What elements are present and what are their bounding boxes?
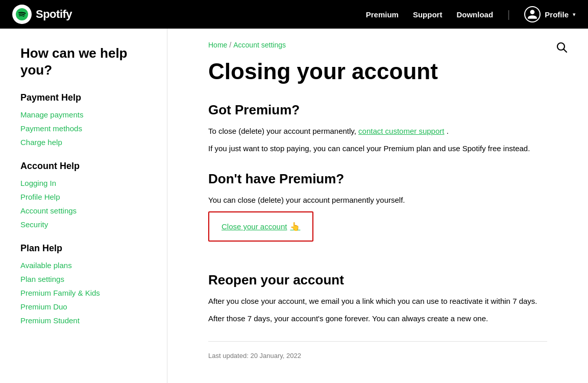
sidebar-link-available-plans[interactable]: Available plans	[20, 261, 155, 270]
spotify-logo[interactable]: Spotify	[12, 5, 72, 24]
nav-premium[interactable]: Premium	[366, 10, 399, 19]
section-title-got-premium: Got Premium?	[208, 102, 547, 118]
sidebar-section-title-account: Account Help	[20, 161, 155, 172]
profile-icon	[524, 6, 541, 22]
search-icon[interactable]	[555, 41, 568, 55]
section-text-reopen-1: After you close your account, we email y…	[208, 295, 547, 307]
close-account-link-text: Close your account	[222, 222, 287, 231]
page-layout: How can we help you? Payment Help Manage…	[0, 29, 588, 383]
svg-line-2	[564, 50, 567, 53]
sidebar-link-premium-family[interactable]: Premium Family & Kids	[20, 289, 155, 297]
breadcrumb-current[interactable]: Account settings	[233, 41, 286, 49]
page-title: Closing your account	[208, 59, 547, 84]
chevron-down-icon: ▾	[573, 11, 576, 18]
sidebar-link-plan-settings[interactable]: Plan settings	[20, 275, 155, 283]
sidebar-title: How can we help you?	[20, 45, 155, 78]
section-divider	[208, 341, 547, 342]
nav-right: Premium Support Download | Profile ▾	[366, 6, 576, 22]
sidebar-link-payment-methods[interactable]: Payment methods	[20, 124, 155, 133]
main-content: Home / Account settings Closing your acc…	[167, 29, 588, 383]
nav-support[interactable]: Support	[413, 10, 443, 19]
section-text-no-premium: You can close (delete) your account perm…	[208, 194, 547, 206]
sidebar-link-premium-duo[interactable]: Premium Duo	[20, 302, 155, 311]
breadcrumb-separator: /	[229, 41, 231, 49]
sidebar-section-payment: Payment Help Manage payments Payment met…	[20, 92, 155, 147]
sidebar-links-account: Logging In Profile Help Account settings…	[20, 179, 155, 229]
sidebar-section-plan: Plan Help Available plans Plan settings …	[20, 243, 155, 325]
sidebar-link-premium-student[interactable]: Premium Student	[20, 316, 155, 325]
sidebar-section-account: Account Help Logging In Profile Help Acc…	[20, 161, 155, 229]
last-updated: Last updated: 20 January, 2022	[208, 352, 547, 360]
contact-customer-support-link[interactable]: contact customer support	[358, 127, 444, 135]
nav-download[interactable]: Download	[456, 10, 493, 19]
sidebar-section-title-plan: Plan Help	[20, 243, 155, 254]
sidebar: How can we help you? Payment Help Manage…	[0, 29, 167, 383]
spotify-logo-icon	[12, 5, 32, 24]
nav-left: Spotify	[12, 5, 72, 24]
section-text-reopen-2: After those 7 days, your account's gone …	[208, 313, 547, 325]
close-account-box[interactable]: Close your account 👆	[208, 211, 313, 242]
sidebar-link-account-settings[interactable]: Account settings	[20, 206, 155, 215]
spotify-wordmark: Spotify	[36, 8, 72, 21]
section-title-reopen: Reopen your account	[208, 272, 547, 288]
breadcrumb: Home / Account settings	[208, 41, 547, 49]
section-no-premium: Don't have Premium? You can close (delet…	[208, 171, 547, 256]
nav-divider: |	[507, 9, 510, 20]
section-title-no-premium: Don't have Premium?	[208, 171, 547, 187]
section-reopen: Reopen your account After you close your…	[208, 272, 547, 325]
sidebar-section-title-payment: Payment Help	[20, 92, 155, 103]
navbar: Spotify Premium Support Download | Profi…	[0, 0, 588, 29]
sidebar-link-profile-help[interactable]: Profile Help	[20, 193, 155, 201]
sidebar-link-charge-help[interactable]: Charge help	[20, 138, 155, 147]
section-text-premium-1: To close (delete) your account permanent…	[208, 125, 547, 137]
cursor-icon: 👆	[290, 222, 300, 231]
sidebar-links-plan: Available plans Plan settings Premium Fa…	[20, 261, 155, 325]
profile-label: Profile	[545, 10, 569, 19]
section-text-premium-2: If you just want to stop paying, you can…	[208, 142, 547, 155]
close-account-link[interactable]: Close your account 👆	[222, 222, 300, 231]
section-got-premium: Got Premium? To close (delete) your acco…	[208, 102, 547, 155]
sidebar-link-manage-payments[interactable]: Manage payments	[20, 110, 155, 119]
sidebar-link-security[interactable]: Security	[20, 220, 155, 229]
breadcrumb-home[interactable]: Home	[208, 41, 227, 49]
nav-profile[interactable]: Profile ▾	[524, 6, 576, 22]
sidebar-link-logging-in[interactable]: Logging In	[20, 179, 155, 187]
sidebar-links-payment: Manage payments Payment methods Charge h…	[20, 110, 155, 147]
